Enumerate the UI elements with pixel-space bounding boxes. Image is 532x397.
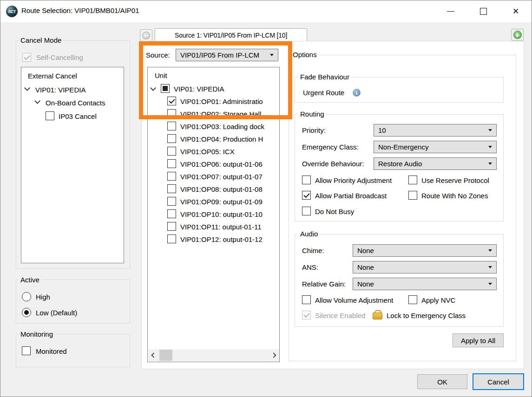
emergency-class-dropdown[interactable]: Non-Emergency (374, 141, 497, 153)
unit-child-checkbox[interactable] (167, 222, 176, 231)
allow-volume-adjustment-checkbox[interactable] (302, 295, 311, 304)
unit-child-checkbox[interactable] (167, 197, 176, 206)
unit-child-checkbox[interactable] (167, 159, 176, 168)
active-high-label: High (36, 293, 50, 301)
unit-child-label[interactable]: VIP01:OP02: Storage Hall (180, 110, 261, 118)
unit-child-label[interactable]: VIP01:OP01: Administratio (180, 98, 263, 105)
chevron-down-icon (488, 249, 492, 252)
scroll-left-arrow[interactable] (148, 349, 159, 361)
ans-label: ANS: (302, 263, 318, 271)
relative-gain-dropdown[interactable]: None (353, 278, 497, 290)
info-icon[interactable]: i (353, 89, 361, 97)
unit-tree-list[interactable]: Unit VIP01: VIPEDIA VIP01:OP01: Administ… (147, 67, 280, 362)
unit-child-label[interactable]: VIP01:OP04: Production H (180, 135, 263, 143)
cancel-mode-legend: Cancel Mode (19, 36, 63, 44)
unit-parent-checkbox[interactable] (161, 84, 170, 93)
allow-priority-adjustment-checkbox[interactable] (302, 176, 311, 184)
close-button[interactable]: ✕ (505, 3, 526, 19)
padlock-icon (373, 310, 381, 319)
chime-label: Chime: (302, 247, 324, 254)
options-legend: Options (291, 51, 319, 59)
priority-label: Priority: (302, 126, 326, 134)
unit-child-checkbox[interactable] (167, 97, 176, 105)
unit-child-checkbox[interactable] (167, 109, 176, 118)
unit-child-label[interactable]: VIP01:OP03: Loading dock (180, 123, 264, 130)
emergency-class-value: Non-Emergency (378, 143, 428, 151)
override-behaviour-dropdown[interactable]: Restore Audio (374, 157, 497, 170)
silence-enabled-checkbox (302, 311, 311, 319)
apply-to-all-button[interactable]: Apply to All (453, 333, 504, 347)
route-with-no-zones-checkbox[interactable] (408, 191, 417, 200)
minus-circle-icon (142, 32, 150, 39)
chevron-down-icon (488, 146, 492, 148)
unit-child-label[interactable]: VIP01:OP10: output-01-10 (180, 210, 263, 218)
expander-chevron-icon[interactable] (150, 85, 156, 91)
tab-source-1[interactable]: Source 1: VIP01/IP05 From IP-LCM [10] (155, 28, 307, 41)
unit-child-label[interactable]: VIP01:OP12: output-01-12 (180, 235, 263, 243)
urgent-route-label: Urgent Route (303, 89, 344, 97)
scroll-right-arrow[interactable] (268, 349, 279, 361)
chevron-right-icon (271, 352, 276, 358)
chevron-down-icon (488, 283, 492, 285)
chevron-down-icon (488, 163, 492, 165)
maximize-button[interactable] (473, 3, 494, 19)
external-cancel-list[interactable]: External Cancel VIP01: VIPEDIA On-Board … (21, 67, 124, 263)
minimize-icon (447, 11, 454, 12)
minimize-button[interactable] (440, 3, 461, 19)
unit-child-label[interactable]: VIP01:OP09: output-01-09 (180, 198, 263, 206)
chevron-down-icon (270, 54, 274, 56)
remove-source-button[interactable] (140, 29, 152, 41)
unit-header: Unit (155, 72, 167, 79)
chevron-down-icon (488, 129, 492, 131)
active-low-radio[interactable] (22, 308, 31, 317)
priority-dropdown[interactable]: 10 (374, 124, 497, 137)
ip03-cancel-checkbox[interactable] (46, 111, 54, 120)
tree-item-onboard-contacts[interactable]: On-Board Contacts (46, 99, 105, 107)
route-with-no-zones-label: Route With No Zones (421, 192, 488, 200)
relative-gain-label: Relative Gain: (302, 280, 346, 288)
chime-dropdown[interactable]: None (353, 244, 497, 257)
allow-priority-adjustment-label: Allow Priority Adjustment (315, 176, 392, 184)
use-reserve-protocol-label: Use Reserve Protocol (421, 176, 489, 184)
unit-child-checkbox[interactable] (167, 184, 176, 193)
unit-child-label[interactable]: VIP01:OP06: output-01-06 (180, 160, 263, 168)
ans-value: None (357, 263, 374, 271)
unit-child-label[interactable]: VIP01:OP05: ICX (180, 148, 235, 156)
unit-child-checkbox[interactable] (167, 234, 176, 243)
unit-child-checkbox[interactable] (167, 147, 176, 156)
unit-child-label[interactable]: VIP01:OP11: output-01-11 (180, 223, 262, 231)
source-label: Source: (146, 51, 170, 59)
use-reserve-protocol-checkbox[interactable] (408, 176, 417, 184)
fade-behaviour-legend: Fade Behaviour (298, 73, 351, 81)
ans-dropdown[interactable]: None (353, 261, 497, 273)
expander-chevron-icon[interactable] (34, 98, 40, 104)
chime-value: None (357, 247, 374, 254)
unit-child-label[interactable]: VIP01:OP07: output-01-07 (180, 173, 263, 181)
source-dropdown-value: VIP01/IP05 From IP-LCM (180, 51, 259, 59)
monitored-checkbox[interactable] (22, 346, 31, 355)
apply-nvc-label: Apply NVC (421, 296, 455, 304)
do-not-busy-checkbox[interactable] (302, 207, 311, 215)
monitored-label: Monitored (36, 347, 67, 355)
unit-child-checkbox[interactable] (167, 134, 176, 143)
apply-nvc-checkbox[interactable] (408, 295, 417, 304)
unit-child-label[interactable]: VIP01:OP08: output-01-08 (180, 185, 263, 193)
ok-button[interactable]: OK (417, 374, 467, 389)
horizontal-scrollbar[interactable] (148, 349, 279, 361)
cancel-button[interactable]: Cancel (473, 373, 524, 390)
allow-partial-broadcast-checkbox[interactable] (302, 191, 311, 200)
unit-parent-label[interactable]: VIP01: VIPEDIA (174, 85, 224, 93)
unit-child-checkbox[interactable] (167, 209, 176, 218)
scrollbar-thumb[interactable] (159, 350, 172, 361)
add-source-button[interactable] (511, 29, 524, 41)
unit-child-checkbox[interactable] (167, 122, 176, 130)
expander-chevron-icon[interactable] (24, 85, 30, 91)
relative-gain-value: None (357, 280, 374, 288)
active-legend: Active (19, 276, 41, 284)
tree-item-vip01[interactable]: VIP01: VIPEDIA (35, 86, 85, 94)
override-behaviour-value: Restore Audio (378, 160, 422, 168)
active-high-radio[interactable] (22, 292, 31, 301)
source-dropdown[interactable]: VIP01/IP05 From IP-LCM (176, 49, 278, 61)
self-cancelling-checkbox (22, 53, 31, 62)
unit-child-checkbox[interactable] (167, 172, 176, 181)
